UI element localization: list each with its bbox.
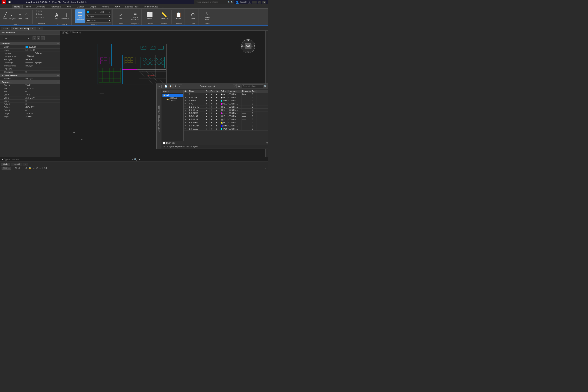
tab-output[interactable]: Output (88, 5, 99, 8)
layer-ebshel-on[interactable]: ● (205, 121, 210, 124)
search-input[interactable] (196, 1, 227, 3)
th-trans[interactable]: Tran (251, 90, 257, 93)
length-value[interactable]: 26'-6 1/2" (26, 112, 58, 115)
refresh-btn[interactable]: ↺ (233, 84, 236, 88)
3d-viz-collapse-icon[interactable]: − (58, 74, 58, 77)
transparency-value[interactable]: ByLayer (26, 65, 58, 67)
start-tab[interactable]: Start (1, 27, 10, 30)
th-name[interactable]: Name (188, 90, 205, 93)
layer-search-input[interactable] (242, 84, 263, 88)
quick-access-save[interactable]: 💾 (8, 1, 11, 3)
start-x-value[interactable]: 70'-5" (26, 84, 58, 86)
quick-select-btn[interactable]: ⊞ (37, 36, 40, 40)
tab-express-tools[interactable]: Express Tools (123, 5, 141, 8)
lineweight-btn[interactable]: ≡ (40, 167, 40, 169)
layer-efcase-freeze[interactable]: ☀ (210, 128, 215, 130)
layer-ebglaz-lock[interactable]: ■ (215, 115, 220, 118)
layer-ebelev-on[interactable]: ● (205, 108, 210, 112)
layer-ebglaz-on[interactable]: ● (205, 115, 210, 118)
tab-annotate[interactable]: Annotate (34, 5, 48, 8)
layer-0-lock[interactable]: ■ (215, 93, 220, 96)
copy-btn[interactable]: ⧉ Copy (35, 12, 48, 16)
tab-featured-apps[interactable]: Featured Apps (142, 5, 161, 8)
layer-0-freeze[interactable]: ☀ (210, 93, 215, 96)
canvas-area[interactable]: [-][Top][2D Wireframe] (60, 30, 268, 157)
collapse-btn-right[interactable]: ≪ (266, 142, 268, 144)
line-btn[interactable]: ╱ Line (2, 10, 8, 23)
3d-viz-section-header[interactable]: 3D Visualization − (0, 74, 60, 77)
match-properties-btn[interactable]: ≡ MatchProperties (130, 10, 140, 22)
general-section-header[interactable]: General − (0, 42, 60, 45)
layer-echead-on[interactable]: ● (205, 124, 210, 127)
help-icon[interactable]: ? (248, 0, 251, 4)
th-lineweight[interactable]: Lineweight (242, 90, 251, 93)
general-collapse-icon[interactable]: − (58, 42, 58, 45)
dimension-btn[interactable]: ⊣ Dimension (60, 10, 70, 23)
tab-addins[interactable]: Add-ins (99, 5, 112, 8)
layout1-tab[interactable]: Layout1 (11, 163, 22, 166)
delta-z-value[interactable]: 0" (26, 109, 58, 112)
layer-efcase-lock[interactable]: ■ (215, 128, 220, 130)
move-btn[interactable]: ⤢ Move (35, 10, 48, 12)
layer-cpu-lock[interactable]: ■ (215, 102, 220, 105)
end-y-value[interactable]: 254'-6 3/4" (26, 97, 58, 99)
delta-y-value[interactable]: -26'-6 1/2" (26, 106, 58, 108)
layer-ebmull-on[interactable]: ● (205, 118, 210, 121)
layer-ebfurr-freeze[interactable]: ☀ (210, 112, 215, 115)
layer-ebcore-on[interactable]: ● (205, 106, 210, 108)
layer-ebmull-freeze[interactable]: ☀ (210, 118, 215, 121)
layer-row-chairs[interactable]: ✎ CHAIRS ● ☀ ■ cyan CONTIN... —— (184, 99, 268, 102)
quick-access-redo[interactable]: ↪ (17, 1, 20, 3)
layer-ebfurr-lock[interactable]: ■ (215, 112, 220, 115)
layer-ebfurr-on[interactable]: ● (205, 112, 210, 115)
delta-x-value[interactable]: 0" (26, 103, 58, 105)
lineweight-value[interactable]: ByLayer (26, 62, 58, 64)
layer-row-eb-furr[interactable]: ✎ E-B-FURR ● ☀ ■ ma... CONTIN... (184, 112, 268, 115)
customize-btn[interactable]: ≡ (265, 167, 266, 169)
snap-btn[interactable]: ⊙ (18, 167, 20, 169)
title-minimize[interactable]: — (252, 1, 256, 4)
title-close[interactable]: ✕ (262, 1, 266, 4)
stretch-btn[interactable]: ↔ Stretch (35, 16, 48, 19)
th-status[interactable]: S... (184, 90, 188, 93)
layer-ebelev-freeze[interactable]: ☀ (210, 108, 215, 112)
layer-adoor-lock[interactable]: ■ (215, 96, 220, 99)
layer-prop-value[interactable]: E-F-TERR (26, 49, 58, 51)
ortho-btn[interactable]: ↔ (22, 167, 24, 169)
title-maximize[interactable]: □ (258, 1, 261, 4)
filter-all[interactable]: 📁 All (162, 94, 183, 97)
th-on[interactable]: O... (205, 90, 210, 93)
th-lock[interactable]: Lo... (215, 90, 220, 93)
close-layer-manager-btn[interactable]: ✕ (158, 85, 160, 88)
dynin-btn[interactable]: ↺ (36, 167, 38, 169)
layer-row-ef-case[interactable]: ✎ E-F-CASE ● ☀ ■ cyan CONTIN... — (184, 128, 268, 130)
plot-style-value[interactable]: ByLayer (26, 58, 58, 60)
object-type-select[interactable]: Line ▾ (3, 36, 30, 40)
tab-home[interactable]: Home (12, 5, 22, 8)
layer-search-icon[interactable]: 🔍 (264, 85, 267, 88)
th-color[interactable]: Color (220, 90, 228, 93)
tab-parametric[interactable]: Parametric (48, 5, 64, 8)
filter-all-used[interactable]: 📂 All Used Layers (162, 97, 183, 102)
pick-add-btn[interactable]: + (32, 36, 36, 40)
polar-btn[interactable]: ⊕ (25, 167, 27, 169)
layer-chairs-on[interactable]: ● (205, 99, 210, 102)
layer-cpu-on[interactable]: ● (205, 102, 210, 105)
layer-adoor-freeze[interactable]: ☀ (210, 96, 215, 99)
toggle-btn[interactable]: ≡ (41, 36, 45, 40)
layer-efcase-on[interactable]: ● (205, 128, 210, 130)
insert-btn[interactable]: ↙ Insert (118, 10, 124, 22)
layer-select[interactable]: E-F-TERR ▾ (86, 10, 111, 14)
layer-row-eb-elev[interactable]: ✎ E-B-ELEV ● ☀ ■ 8 CONTIN... —— (184, 108, 268, 112)
zoom-extent-btn[interactable]: ✕ (131, 158, 133, 161)
color-value[interactable]: ByLayer (26, 46, 58, 48)
model-tab[interactable]: Model (1, 163, 10, 166)
quick-access-more[interactable]: ▾ (21, 1, 23, 3)
geometry-collapse-icon[interactable]: − (58, 81, 58, 83)
th-linetype[interactable]: Linetype (228, 90, 242, 93)
grid-btn[interactable]: ⊞ (15, 167, 17, 169)
group-btn[interactable]: ⬜ Group (146, 10, 154, 22)
invert-filter-checkbox[interactable] (163, 142, 166, 144)
measure-btn[interactable]: 📏 Measure (160, 10, 168, 22)
linetype-value[interactable]: ByLayer (26, 52, 58, 54)
